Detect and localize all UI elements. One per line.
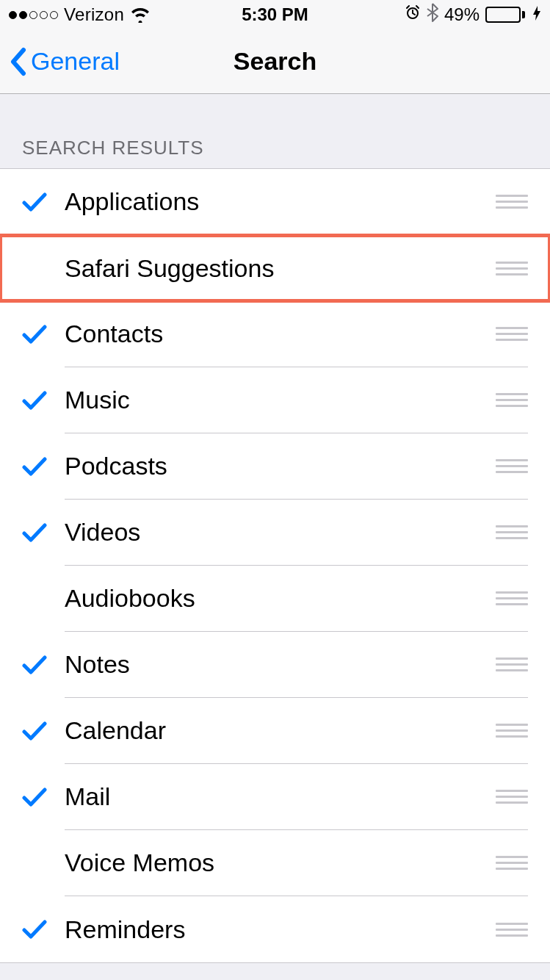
list-item-label: Notes <box>65 650 130 679</box>
list-item-label: Mail <box>65 782 110 811</box>
chevron-left-icon <box>9 47 26 76</box>
list-item-label: Contacts <box>65 320 163 348</box>
list-item-label: Podcasts <box>65 452 167 480</box>
battery-percentage: 49% <box>444 4 480 25</box>
list-item[interactable]: Music <box>0 367 550 433</box>
list-item-label: Audiobooks <box>65 584 195 613</box>
list-item[interactable]: Reminders <box>0 896 550 962</box>
page-title: Search <box>234 47 316 76</box>
reorder-handle-icon[interactable] <box>496 655 528 674</box>
reorder-handle-icon[interactable] <box>496 853 528 873</box>
list-item-label: Calendar <box>65 716 166 745</box>
checkmark-slot <box>22 390 65 411</box>
clock: 5:30 PM <box>242 4 308 25</box>
search-results-list: ApplicationsSafari SuggestionsContactsMu… <box>0 168 550 963</box>
wifi-icon <box>130 7 151 23</box>
checkmark-icon <box>22 324 47 345</box>
list-item[interactable]: Applications <box>0 169 550 235</box>
reorder-handle-icon[interactable] <box>496 920 528 940</box>
list-item-label: Applications <box>65 187 199 216</box>
list-item-label: Reminders <box>65 915 185 944</box>
alarm-icon <box>405 4 421 25</box>
checkmark-slot <box>22 721 65 741</box>
battery-icon <box>485 7 525 23</box>
list-item-label: Videos <box>65 518 140 547</box>
list-item[interactable]: Contacts <box>0 301 550 367</box>
reorder-handle-icon[interactable] <box>496 787 528 807</box>
checkmark-icon <box>22 721 47 741</box>
reorder-handle-icon[interactable] <box>496 721 528 741</box>
signal-strength-icon <box>9 11 58 19</box>
checkmark-icon <box>22 390 47 411</box>
checkmark-icon <box>22 919 47 940</box>
list-item[interactable]: Audiobooks <box>0 566 550 632</box>
checkmark-slot <box>22 919 65 940</box>
checkmark-icon <box>22 522 47 543</box>
checkmark-icon <box>22 787 47 807</box>
checkmark-slot <box>22 655 65 675</box>
list-item-label: Safari Suggestions <box>65 254 274 283</box>
reorder-handle-icon[interactable] <box>496 259 528 278</box>
list-item[interactable]: Videos <box>0 500 550 566</box>
list-item[interactable]: Voice Memos <box>0 830 550 896</box>
reorder-handle-icon[interactable] <box>496 522 528 542</box>
checkmark-slot <box>22 324 65 345</box>
status-right: 49% <box>405 3 541 26</box>
checkmark-slot <box>22 192 65 212</box>
reorder-handle-icon[interactable] <box>496 456 528 476</box>
list-item-label: Music <box>65 386 130 414</box>
checkmark-icon <box>22 456 47 477</box>
checkmark-slot <box>22 456 65 477</box>
list-item[interactable]: Notes <box>0 632 550 698</box>
list-item[interactable]: Mail <box>0 764 550 830</box>
reorder-handle-icon[interactable] <box>496 588 528 608</box>
carrier-label: Verizon <box>64 4 124 25</box>
back-label: General <box>31 47 120 76</box>
checkmark-icon <box>22 655 47 675</box>
back-button[interactable]: General <box>9 47 120 76</box>
list-item-label: Voice Memos <box>65 849 214 877</box>
checkmark-slot <box>22 522 65 543</box>
list-item[interactable]: Safari Suggestions <box>0 235 550 301</box>
checkmark-slot <box>22 787 65 807</box>
section-header: SEARCH RESULTS <box>0 94 550 168</box>
list-item[interactable]: Calendar <box>0 698 550 764</box>
status-left: Verizon <box>9 4 151 25</box>
checkmark-icon <box>22 192 47 212</box>
nav-bar: General Search <box>0 29 550 94</box>
bluetooth-icon <box>427 3 438 26</box>
list-item[interactable]: Podcasts <box>0 433 550 500</box>
reorder-handle-icon[interactable] <box>496 324 528 344</box>
charging-icon <box>532 5 541 25</box>
reorder-handle-icon[interactable] <box>496 390 528 410</box>
reorder-handle-icon[interactable] <box>496 192 528 212</box>
status-bar: Verizon 5:30 PM 49% <box>0 0 550 29</box>
